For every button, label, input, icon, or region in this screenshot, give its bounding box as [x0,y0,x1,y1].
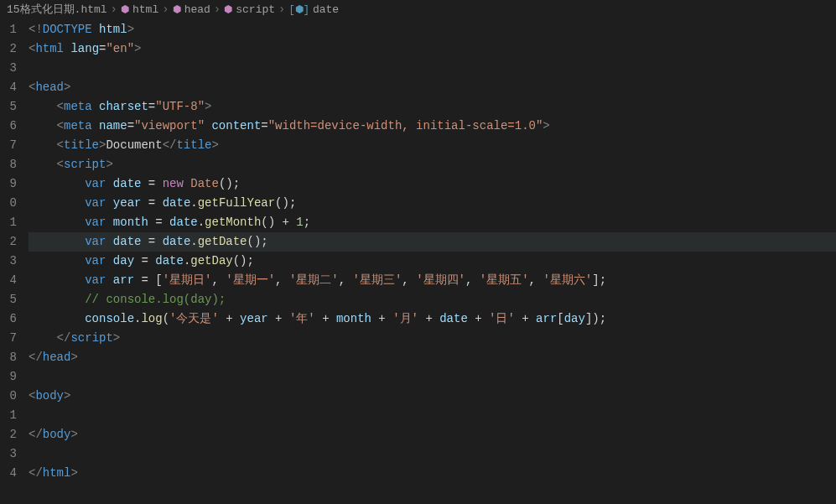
code-line[interactable]: </script> [29,329,836,348]
code-line[interactable]: <script> [29,155,836,174]
line-number-gutter: 1 2 3 4 5 6 7 8 9 0 1 2 3 4 5 6 7 8 9 0 … [0,18,29,504]
breadcrumb-node-script[interactable]: ⬢script [224,3,275,16]
line-number: 2 [0,232,17,252]
line-number: 0 [0,387,17,406]
line-number: 6 [0,309,17,329]
code-line[interactable]: <body> [29,387,836,406]
breadcrumb-node-html[interactable]: ⬢html [121,3,158,16]
code-line[interactable] [29,367,836,387]
code-line[interactable]: var date = date.getDate(); [29,232,836,252]
cube-icon: ⬢ [121,3,129,16]
line-number: 3 [0,444,17,464]
code-line[interactable]: var date = new Date(); [29,174,836,194]
breadcrumb-node-var[interactable]: [⬢]date [288,3,339,16]
breadcrumb-file[interactable]: 15格式化日期.html [7,2,107,17]
code-line[interactable] [29,59,836,78]
line-number: 5 [0,290,17,309]
chevron-right-icon: › [214,3,221,16]
line-number: 2 [0,39,17,59]
code-line[interactable]: <title>Document</title> [29,136,836,155]
breadcrumb-label: html [132,3,158,16]
line-number: 1 [0,406,17,425]
code-area[interactable]: <!DOCTYPE html> <html lang="en"> <head> … [29,18,836,504]
line-number: 5 [0,97,17,117]
cube-icon: ⬢ [224,3,232,16]
code-line[interactable] [29,444,836,464]
code-editor[interactable]: 1 2 3 4 5 6 7 8 9 0 1 2 3 4 5 6 7 8 9 0 … [0,18,836,504]
breadcrumb-label: date [313,3,339,16]
code-line[interactable]: <meta charset="UTF-8"> [29,97,836,117]
line-number: 4 [0,271,17,290]
code-line[interactable]: <!DOCTYPE html> [29,20,836,39]
line-number: 4 [0,464,17,483]
line-number: 2 [0,425,17,444]
code-line[interactable]: console.log('今天是' + year + '年' + month +… [29,309,836,329]
line-number: 3 [0,252,17,271]
code-line[interactable] [29,406,836,425]
line-number: 3 [0,59,17,78]
code-line[interactable]: var month = date.getMonth() + 1; [29,213,836,232]
variable-icon: [⬢] [288,3,309,16]
code-line[interactable]: </head> [29,348,836,367]
code-line[interactable]: </html> [29,464,836,483]
code-line[interactable]: var year = date.getFullYear(); [29,194,836,213]
breadcrumb-label: script [236,3,275,16]
code-line[interactable]: </body> [29,425,836,444]
code-line[interactable]: <head> [29,78,836,97]
line-number: 1 [0,20,17,39]
line-number: 4 [0,78,17,97]
code-line[interactable]: // console.log(day); [29,290,836,309]
line-number: 9 [0,367,17,387]
line-number: 9 [0,174,17,194]
line-number: 0 [0,194,17,213]
code-line[interactable]: <html lang="en"> [29,39,836,59]
chevron-right-icon: › [162,3,169,16]
chevron-right-icon: › [111,3,117,16]
breadcrumb[interactable]: 15格式化日期.html › ⬢html › ⬢head › ⬢script ›… [0,0,836,18]
code-line[interactable]: var day = date.getDay(); [29,252,836,271]
line-number: 7 [0,136,17,155]
code-line[interactable]: <meta name="viewport" content="width=dev… [29,117,836,136]
breadcrumb-label: head [184,3,210,16]
line-number: 6 [0,117,17,136]
line-number: 1 [0,213,17,232]
line-number: 8 [0,155,17,174]
chevron-right-icon: › [278,3,285,16]
line-number: 8 [0,348,17,367]
line-number: 7 [0,329,17,348]
code-line[interactable]: var arr = ['星期日', '星期一', '星期二', '星期三', '… [29,271,836,290]
cube-icon: ⬢ [173,3,181,16]
breadcrumb-node-head[interactable]: ⬢head [173,3,210,16]
